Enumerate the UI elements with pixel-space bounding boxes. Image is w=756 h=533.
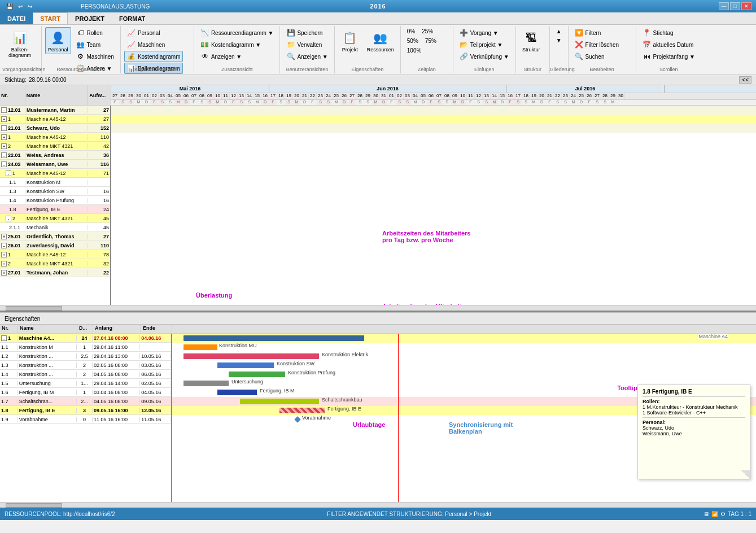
btn-kostendiagramm2[interactable]: 💵 Kostendiagramm ▼ [198, 39, 277, 50]
expand-btn[interactable]: - [1, 107, 7, 113]
btn-100pct[interactable]: 100% [404, 46, 425, 55]
expand-btn[interactable]: + [1, 261, 7, 266]
table-row: 1.4 Konstruktion Prüfung 16 [0, 196, 110, 205]
expand-btn[interactable]: - [6, 216, 11, 221]
bar-konstruktion-pruefung [229, 372, 285, 377]
btn-filter-loeschen[interactable]: ❌ Filter löschen [572, 39, 622, 50]
btn-50pct[interactable]: 50% [404, 37, 421, 45]
btn-anzeigen2[interactable]: 🔍 Anzeigen ▼ [283, 51, 330, 62]
btn-struktur[interactable]: 🏗 Struktur [519, 27, 543, 54]
btn-teilprojekt[interactable]: 📂 Teilprojekt ▼ [457, 39, 512, 50]
statusbar-middle: FILTER ANGEWENDET STRUKTURIERUNG: Person… [327, 511, 491, 517]
tab-datei[interactable]: DATEI [0, 12, 33, 24]
group-zeitplan: 0% 25% 50% 75% 100% Zeitplan [401, 26, 453, 73]
bar-label: Fertigung, IB E [327, 406, 361, 412]
bottom-left-table: -1 Maschine A4... 24 27.04.16 08:00 04.0… [0, 334, 172, 502]
balkendiagramm-icon: 📊 [11, 29, 29, 47]
expand-btn[interactable]: - [6, 171, 11, 176]
quick-access-toolbar: 💾 ↩ ↪ PERSONALAUSLASTUNG [5, 3, 150, 10]
undo-btn[interactable]: ↩ [16, 3, 24, 10]
bar-schaltschrankbau [240, 399, 319, 404]
bottom-header: Nr. Name D... Anfang Ende [0, 325, 756, 334]
group-eigenschaften: 📋 Projekt 👥 Ressourcen Eigenschaften [335, 26, 401, 73]
btn-personal-label: Personal [48, 47, 68, 53]
horizontal-scrollbar-bottom[interactable] [0, 502, 756, 508]
btn-0pct[interactable]: 0% [404, 27, 418, 36]
expand-btn[interactable]: - [1, 335, 7, 341]
expand-btn[interactable]: + [1, 270, 7, 276]
btn-projekt[interactable]: 📋 Projekt [338, 27, 362, 54]
btn-stichtag[interactable]: 📍 Stichtag [640, 27, 698, 38]
table-row: +1 Maschine A45-12 110 [0, 133, 110, 142]
bottom-col-name: Name [18, 325, 77, 333]
expand-btn[interactable]: + [1, 134, 7, 140]
month-header2: Jun 2016 [269, 85, 506, 93]
window-title: 2016 [370, 3, 386, 10]
btn-kostendiagramm[interactable]: 💰 Kostendiagramm [124, 51, 183, 62]
btn-speichern[interactable]: 💾 Speichern [283, 27, 330, 38]
btn-aktuelles-datum[interactable]: 📅 aktuelles Datum [640, 39, 698, 50]
group-bearbeiten-label: Bearbeiten [569, 67, 636, 72]
btn-75pct[interactable]: 75% [422, 37, 439, 45]
tab-start[interactable]: START [33, 12, 68, 24]
btn-balkendiagramm[interactable]: 📊 Balken-diagramm [6, 27, 34, 60]
btn-personal[interactable]: 👤 Personal [45, 27, 71, 54]
tab-format[interactable]: FORMAT [112, 12, 152, 24]
rollen-icon: 🏷 [76, 28, 85, 37]
save-btn[interactable]: 💾 [5, 3, 15, 10]
group-benutzeransichten: 💾 Speichern 📁 Verwalten 🔍 Anzeigen ▼ Ben… [280, 26, 334, 73]
btn-projekt-label: Projekt [342, 47, 358, 53]
bar-fertigung-ibe [279, 408, 325, 413]
expand-btn[interactable]: + [1, 252, 7, 257]
btn-team[interactable]: 👥 Team [73, 39, 117, 50]
bottom-row: 1.1 Konstruktion M 1 29.04.16 11:00 [0, 343, 171, 352]
expand-btn[interactable]: + [1, 234, 7, 239]
btn-rollen[interactable]: 🏷 Rollen [73, 27, 117, 38]
btn-gliederung-up[interactable]: ▲ [553, 27, 565, 36]
expand-btn[interactable]: - [1, 125, 7, 131]
group-struktur: 🏗 Struktur Struktur [516, 26, 550, 73]
expand-btn[interactable]: - [1, 243, 7, 248]
nav-back[interactable]: << [739, 76, 751, 84]
bar-label: Konstruktion Prüfung [288, 370, 335, 375]
minimize-btn[interactable]: — [719, 2, 729, 10]
bar-group [183, 335, 364, 341]
group-zusatzansicht-label: Zusatzansicht [194, 67, 280, 72]
tab-projekt[interactable]: PROJEKT [68, 12, 112, 24]
statusbar-right: TAG 1 : 1 [728, 511, 751, 517]
table-row: 1.1 Konstruktion M [0, 178, 110, 187]
btn-gliederung-dn[interactable]: ▼ [553, 36, 565, 45]
btn-verwalten[interactable]: 📁 Verwalten [283, 39, 330, 50]
btn-projektanfang[interactable]: ⏮ Projektanfang ▼ [640, 51, 698, 62]
expand-btn[interactable]: + [1, 143, 7, 149]
group-bearbeiten: 🔽 Filtern ❌ Filter löschen 🔍 Suchen Bear… [569, 26, 636, 73]
btn-anzeigen[interactable]: 👁 Anzeigen ▼ [198, 51, 277, 62]
group-scrollen-label: Scrollen [636, 67, 701, 72]
btn-kap-personal[interactable]: 📈 Personal [124, 27, 183, 38]
close-btn[interactable]: ✕ [741, 2, 751, 10]
btn-vorgang[interactable]: ➕ Vorgang ▼ [457, 27, 512, 38]
redo-btn[interactable]: ↪ [26, 3, 34, 10]
team-icon: 👥 [76, 40, 85, 49]
verknuepfung-icon: 🔗 [460, 52, 469, 61]
bottom-col-d: D... [77, 325, 93, 333]
anzeigen2-icon: 🔍 [286, 52, 295, 61]
maximize-btn[interactable]: □ [730, 2, 740, 10]
horizontal-scrollbar-top[interactable] [0, 305, 756, 311]
projektanfang-icon: ⏮ [643, 52, 652, 61]
kap-personal-icon: 📈 [127, 28, 136, 37]
btn-kap-maschinen[interactable]: 📈 Maschinen [124, 39, 183, 50]
btn-ressourcen[interactable]: 👥 Ressourcen [364, 27, 397, 54]
btn-maschinen[interactable]: ⚙ Maschinen [73, 51, 117, 62]
btn-suchen[interactable]: 🔍 Suchen [572, 51, 622, 62]
expand-btn[interactable]: + [1, 116, 7, 122]
bottom-row: -1 Maschine A4... 24 27.04.16 08:00 04.0… [0, 334, 171, 343]
btn-verknuepfung[interactable]: 🔗 Verknüpfung ▼ [457, 51, 512, 62]
table-row: -12.01 Mustermann, Martin 27 [0, 106, 110, 115]
btn-ressourcendiagramm[interactable]: 📉 Ressourcendiagramm ▼ [198, 27, 277, 38]
btn-filtern[interactable]: 🔽 Filtern [572, 27, 622, 38]
expand-btn[interactable]: - [1, 161, 7, 167]
expand-btn[interactable]: - [1, 152, 7, 158]
bar-untersuchung [183, 381, 229, 386]
btn-25pct[interactable]: 25% [419, 27, 436, 36]
